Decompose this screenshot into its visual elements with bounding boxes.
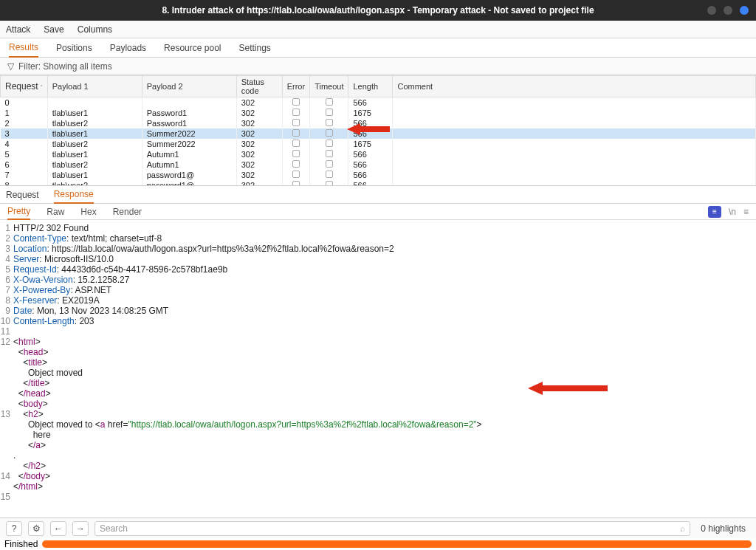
tab-results[interactable]: Results (9, 38, 38, 58)
top-tabs: Results Positions Payloads Resource pool… (0, 38, 756, 58)
table-row[interactable]: 6tlab\user2Autumn1302566 (1, 159, 756, 170)
col-timeout[interactable]: Timeout (310, 76, 348, 97)
title-bar: 8. Intruder attack of https://tlab.local… (0, 0, 756, 21)
window-title: 8. Intruder attack of https://tlab.local… (162, 5, 594, 16)
highlight-count: 0 highlights (696, 523, 750, 534)
filter-bar[interactable]: ▽ Filter: Showing all items (0, 58, 756, 75)
col-comment[interactable]: Comment (393, 76, 756, 97)
table-row[interactable]: 7tlab\user1password1@302566 (1, 170, 756, 180)
menu-columns[interactable]: Columns (78, 24, 112, 35)
nav-forward-icon[interactable]: → (72, 521, 89, 536)
tab-settings[interactable]: Settings (238, 39, 270, 57)
response-body[interactable]: 1HTTP/2 302 Found2Content-Type: text/htm… (0, 220, 756, 518)
inspector-icon[interactable]: ≡ (708, 206, 721, 218)
menu-attack[interactable]: Attack (6, 24, 30, 35)
table-row[interactable]: 4tlab\user2Summer20223021675 (1, 139, 756, 149)
search-icon: ⌕ (680, 523, 685, 534)
table-row[interactable]: 3tlab\user1Summer2022302566 (1, 128, 756, 139)
view-raw[interactable]: Raw (47, 204, 64, 219)
close-button[interactable] (740, 6, 749, 15)
tab-request[interactable]: Request (6, 187, 39, 203)
search-placeholder: Search (100, 523, 128, 534)
hamburger-icon[interactable]: ≡ (743, 207, 749, 217)
results-table[interactable]: Request˄ Payload 1 Payload 2 Status code… (0, 75, 756, 186)
tab-resource-pool[interactable]: Resource pool (164, 39, 221, 57)
results-table-wrap: Request˄ Payload 1 Payload 2 Status code… (0, 75, 756, 186)
table-row[interactable]: 8tlab\user2password1@302566 (1, 180, 756, 186)
menu-save[interactable]: Save (44, 24, 63, 35)
gear-icon[interactable]: ⚙ (28, 521, 44, 536)
view-hex[interactable]: Hex (80, 204, 96, 219)
table-row[interactable]: 2tlab\user2Password1302566 (1, 118, 756, 128)
col-payload1[interactable]: Payload 1 (47, 76, 142, 97)
minimize-button[interactable] (707, 6, 716, 15)
bottom-bar: ? ⚙ ← → Search ⌕ 0 highlights (0, 518, 756, 538)
help-icon[interactable]: ? (6, 521, 22, 536)
view-pretty[interactable]: Pretty (7, 204, 30, 220)
table-row[interactable]: 1tlab\user1Password13021675 (1, 108, 756, 118)
view-tabs: Pretty Raw Hex Render ≡ \n ≡ (0, 204, 756, 220)
filter-text: Filter: Showing all items (18, 61, 112, 72)
nav-back-icon[interactable]: ← (50, 521, 66, 536)
menu-bar: Attack Save Columns (0, 21, 756, 38)
sort-asc-icon: ˄ (40, 84, 43, 91)
view-render[interactable]: Render (113, 204, 142, 219)
tab-payloads[interactable]: Payloads (110, 39, 146, 57)
progress-bar (42, 540, 752, 548)
col-request[interactable]: Request˄ (1, 76, 48, 97)
tab-response[interactable]: Response (54, 186, 94, 204)
maximize-button[interactable] (724, 6, 732, 15)
col-status[interactable]: Status code (236, 76, 282, 97)
search-input[interactable]: Search ⌕ (94, 521, 690, 536)
tab-positions[interactable]: Positions (56, 39, 92, 57)
filter-icon: ▽ (7, 61, 14, 72)
status-bar: Finished (0, 538, 756, 550)
col-payload2[interactable]: Payload 2 (142, 76, 236, 97)
col-length[interactable]: Length (348, 76, 393, 97)
status-text: Finished (4, 539, 38, 549)
col-error[interactable]: Error (282, 76, 309, 97)
table-row[interactable]: 0302566 (1, 97, 756, 109)
pane-tabs: Request Response (0, 186, 756, 204)
table-row[interactable]: 5tlab\user1Autumn1302566 (1, 149, 756, 159)
newline-icon[interactable]: \n (729, 207, 736, 217)
